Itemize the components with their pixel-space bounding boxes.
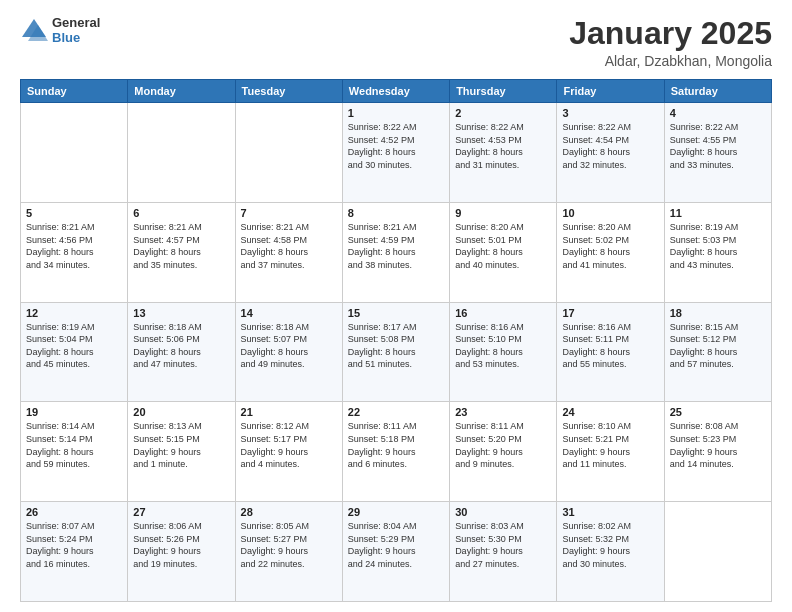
- day-info: Sunrise: 8:22 AM Sunset: 4:54 PM Dayligh…: [562, 121, 658, 171]
- day-info: Sunrise: 8:10 AM Sunset: 5:21 PM Dayligh…: [562, 420, 658, 470]
- logo: General Blue: [20, 16, 100, 46]
- logo-general: General: [52, 15, 100, 30]
- day-info: Sunrise: 8:22 AM Sunset: 4:52 PM Dayligh…: [348, 121, 444, 171]
- day-number: 13: [133, 307, 229, 319]
- day-info: Sunrise: 8:14 AM Sunset: 5:14 PM Dayligh…: [26, 420, 122, 470]
- calendar-subtitle: Aldar, Dzabkhan, Mongolia: [569, 53, 772, 69]
- day-number: 22: [348, 406, 444, 418]
- day-cell: 17Sunrise: 8:16 AM Sunset: 5:11 PM Dayli…: [557, 302, 664, 402]
- day-info: Sunrise: 8:21 AM Sunset: 4:57 PM Dayligh…: [133, 221, 229, 271]
- day-cell: 11Sunrise: 8:19 AM Sunset: 5:03 PM Dayli…: [664, 202, 771, 302]
- day-number: 29: [348, 506, 444, 518]
- day-number: 2: [455, 107, 551, 119]
- day-number: 26: [26, 506, 122, 518]
- day-info: Sunrise: 8:16 AM Sunset: 5:11 PM Dayligh…: [562, 321, 658, 371]
- day-number: 11: [670, 207, 766, 219]
- day-info: Sunrise: 8:19 AM Sunset: 5:04 PM Dayligh…: [26, 321, 122, 371]
- day-number: 31: [562, 506, 658, 518]
- day-info: Sunrise: 8:21 AM Sunset: 4:59 PM Dayligh…: [348, 221, 444, 271]
- day-info: Sunrise: 8:11 AM Sunset: 5:18 PM Dayligh…: [348, 420, 444, 470]
- day-info: Sunrise: 8:05 AM Sunset: 5:27 PM Dayligh…: [241, 520, 337, 570]
- day-info: Sunrise: 8:15 AM Sunset: 5:12 PM Dayligh…: [670, 321, 766, 371]
- day-number: 7: [241, 207, 337, 219]
- day-header-thursday: Thursday: [450, 80, 557, 103]
- calendar-table: SundayMondayTuesdayWednesdayThursdayFrid…: [20, 79, 772, 602]
- day-header-sunday: Sunday: [21, 80, 128, 103]
- day-cell: 19Sunrise: 8:14 AM Sunset: 5:14 PM Dayli…: [21, 402, 128, 502]
- logo-blue: Blue: [52, 30, 80, 45]
- day-info: Sunrise: 8:13 AM Sunset: 5:15 PM Dayligh…: [133, 420, 229, 470]
- day-cell: [128, 103, 235, 203]
- day-number: 12: [26, 307, 122, 319]
- day-info: Sunrise: 8:12 AM Sunset: 5:17 PM Dayligh…: [241, 420, 337, 470]
- day-header-saturday: Saturday: [664, 80, 771, 103]
- logo-text: General Blue: [52, 16, 100, 46]
- day-number: 14: [241, 307, 337, 319]
- day-info: Sunrise: 8:17 AM Sunset: 5:08 PM Dayligh…: [348, 321, 444, 371]
- day-number: 15: [348, 307, 444, 319]
- day-cell: 12Sunrise: 8:19 AM Sunset: 5:04 PM Dayli…: [21, 302, 128, 402]
- day-cell: 15Sunrise: 8:17 AM Sunset: 5:08 PM Dayli…: [342, 302, 449, 402]
- day-cell: 25Sunrise: 8:08 AM Sunset: 5:23 PM Dayli…: [664, 402, 771, 502]
- day-info: Sunrise: 8:02 AM Sunset: 5:32 PM Dayligh…: [562, 520, 658, 570]
- day-cell: 22Sunrise: 8:11 AM Sunset: 5:18 PM Dayli…: [342, 402, 449, 502]
- day-header-tuesday: Tuesday: [235, 80, 342, 103]
- week-row-1: 1Sunrise: 8:22 AM Sunset: 4:52 PM Daylig…: [21, 103, 772, 203]
- day-info: Sunrise: 8:16 AM Sunset: 5:10 PM Dayligh…: [455, 321, 551, 371]
- day-number: 30: [455, 506, 551, 518]
- day-info: Sunrise: 8:20 AM Sunset: 5:02 PM Dayligh…: [562, 221, 658, 271]
- day-cell: 8Sunrise: 8:21 AM Sunset: 4:59 PM Daylig…: [342, 202, 449, 302]
- day-number: 18: [670, 307, 766, 319]
- day-info: Sunrise: 8:20 AM Sunset: 5:01 PM Dayligh…: [455, 221, 551, 271]
- day-info: Sunrise: 8:18 AM Sunset: 5:06 PM Dayligh…: [133, 321, 229, 371]
- day-number: 17: [562, 307, 658, 319]
- week-row-3: 12Sunrise: 8:19 AM Sunset: 5:04 PM Dayli…: [21, 302, 772, 402]
- day-cell: 5Sunrise: 8:21 AM Sunset: 4:56 PM Daylig…: [21, 202, 128, 302]
- day-cell: 20Sunrise: 8:13 AM Sunset: 5:15 PM Dayli…: [128, 402, 235, 502]
- calendar-title: January 2025: [569, 16, 772, 51]
- day-cell: 21Sunrise: 8:12 AM Sunset: 5:17 PM Dayli…: [235, 402, 342, 502]
- day-cell: 24Sunrise: 8:10 AM Sunset: 5:21 PM Dayli…: [557, 402, 664, 502]
- day-header-friday: Friday: [557, 80, 664, 103]
- day-cell: 2Sunrise: 8:22 AM Sunset: 4:53 PM Daylig…: [450, 103, 557, 203]
- day-info: Sunrise: 8:04 AM Sunset: 5:29 PM Dayligh…: [348, 520, 444, 570]
- day-number: 8: [348, 207, 444, 219]
- day-info: Sunrise: 8:07 AM Sunset: 5:24 PM Dayligh…: [26, 520, 122, 570]
- header-row: SundayMondayTuesdayWednesdayThursdayFrid…: [21, 80, 772, 103]
- day-number: 10: [562, 207, 658, 219]
- day-number: 16: [455, 307, 551, 319]
- day-number: 24: [562, 406, 658, 418]
- day-info: Sunrise: 8:11 AM Sunset: 5:20 PM Dayligh…: [455, 420, 551, 470]
- day-cell: 14Sunrise: 8:18 AM Sunset: 5:07 PM Dayli…: [235, 302, 342, 402]
- day-cell: 7Sunrise: 8:21 AM Sunset: 4:58 PM Daylig…: [235, 202, 342, 302]
- day-number: 6: [133, 207, 229, 219]
- day-cell: 6Sunrise: 8:21 AM Sunset: 4:57 PM Daylig…: [128, 202, 235, 302]
- day-number: 1: [348, 107, 444, 119]
- day-info: Sunrise: 8:03 AM Sunset: 5:30 PM Dayligh…: [455, 520, 551, 570]
- day-number: 4: [670, 107, 766, 119]
- day-cell: 9Sunrise: 8:20 AM Sunset: 5:01 PM Daylig…: [450, 202, 557, 302]
- day-info: Sunrise: 8:19 AM Sunset: 5:03 PM Dayligh…: [670, 221, 766, 271]
- day-header-monday: Monday: [128, 80, 235, 103]
- day-cell: 28Sunrise: 8:05 AM Sunset: 5:27 PM Dayli…: [235, 502, 342, 602]
- day-header-wednesday: Wednesday: [342, 80, 449, 103]
- day-cell: 26Sunrise: 8:07 AM Sunset: 5:24 PM Dayli…: [21, 502, 128, 602]
- day-number: 3: [562, 107, 658, 119]
- day-cell: 16Sunrise: 8:16 AM Sunset: 5:10 PM Dayli…: [450, 302, 557, 402]
- week-row-5: 26Sunrise: 8:07 AM Sunset: 5:24 PM Dayli…: [21, 502, 772, 602]
- day-cell: 31Sunrise: 8:02 AM Sunset: 5:32 PM Dayli…: [557, 502, 664, 602]
- header: General Blue January 2025 Aldar, Dzabkha…: [20, 16, 772, 69]
- day-cell: [664, 502, 771, 602]
- day-cell: 1Sunrise: 8:22 AM Sunset: 4:52 PM Daylig…: [342, 103, 449, 203]
- day-cell: 10Sunrise: 8:20 AM Sunset: 5:02 PM Dayli…: [557, 202, 664, 302]
- day-number: 25: [670, 406, 766, 418]
- day-cell: 23Sunrise: 8:11 AM Sunset: 5:20 PM Dayli…: [450, 402, 557, 502]
- day-number: 28: [241, 506, 337, 518]
- week-row-2: 5Sunrise: 8:21 AM Sunset: 4:56 PM Daylig…: [21, 202, 772, 302]
- day-info: Sunrise: 8:22 AM Sunset: 4:53 PM Dayligh…: [455, 121, 551, 171]
- page: General Blue January 2025 Aldar, Dzabkha…: [0, 0, 792, 612]
- logo-icon: [20, 17, 48, 45]
- day-cell: 13Sunrise: 8:18 AM Sunset: 5:06 PM Dayli…: [128, 302, 235, 402]
- title-block: January 2025 Aldar, Dzabkhan, Mongolia: [569, 16, 772, 69]
- day-info: Sunrise: 8:21 AM Sunset: 4:56 PM Dayligh…: [26, 221, 122, 271]
